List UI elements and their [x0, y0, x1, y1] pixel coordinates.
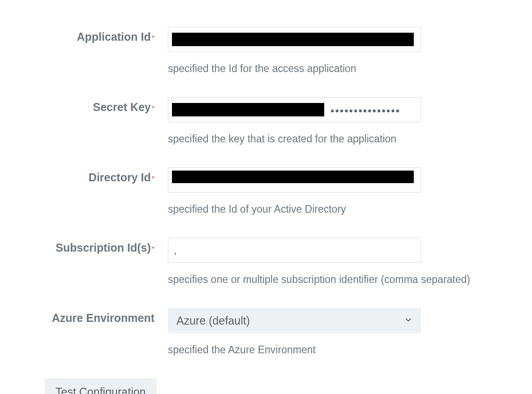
directory-id-label: Directory Id [89, 171, 151, 184]
application-id-help: specified the Id for the access applicat… [168, 63, 519, 75]
required-marker: * [152, 34, 154, 42]
field-row-azure-environment: Azure Environment Azure (default) specif… [13, 308, 519, 356]
redaction-bar [172, 103, 324, 116]
label-col: Subscription Id(s)* [13, 238, 168, 254]
subscription-ids-input[interactable] [168, 238, 421, 263]
label-col: Application Id* [13, 27, 168, 43]
azure-environment-help: specified the Azure Environment [168, 344, 519, 356]
secret-key-help: specified the key that is created for th… [168, 133, 519, 145]
subscription-ids-help: specifies one or multiple subscription i… [168, 274, 519, 286]
application-id-input[interactable] [168, 27, 421, 52]
required-marker: * [152, 245, 154, 253]
masked-dots: ••••••••••••••• [330, 105, 400, 117]
label-col: Secret Key* [13, 97, 168, 114]
field-row-secret-key: Secret Key* ••••••••••••••• specified th… [13, 97, 519, 145]
application-id-label: Application Id [77, 30, 150, 43]
redaction-bar [172, 171, 414, 183]
input-col: Azure (default) specified the Azure Envi… [168, 308, 519, 356]
button-row: Test Configuration [13, 378, 519, 394]
redaction-bar [172, 33, 414, 46]
configuration-form: Application Id* specified the Id for the… [13, 27, 519, 394]
required-marker: * [152, 175, 154, 183]
input-col: specifies one or multiple subscription i… [168, 238, 519, 286]
azure-environment-label: Azure Environment [52, 312, 154, 324]
field-row-application-id: Application Id* specified the Id for the… [13, 27, 519, 75]
secret-key-label: Secret Key [93, 101, 151, 113]
field-row-subscription-ids: Subscription Id(s)* specifies one or mul… [13, 238, 519, 286]
label-col: Directory Id* [13, 167, 168, 184]
label-col: Azure Environment [13, 308, 168, 325]
field-row-directory-id: Directory Id* specified the Id of your A… [13, 167, 519, 215]
input-col: specified the Id for the access applicat… [168, 27, 519, 75]
directory-id-help: specified the Id of your Active Director… [168, 203, 519, 215]
select-wrapper: Azure (default) [168, 308, 421, 333]
test-configuration-button[interactable]: Test Configuration [45, 378, 157, 394]
directory-id-input[interactable] [168, 167, 421, 193]
input-col: specified the Id of your Active Director… [168, 167, 519, 215]
input-col: ••••••••••••••• specified the key that i… [168, 97, 519, 145]
subscription-ids-label: Subscription Id(s) [56, 241, 151, 254]
required-marker: * [152, 105, 154, 112]
azure-environment-select[interactable]: Azure (default) [168, 308, 421, 333]
secret-key-input[interactable]: ••••••••••••••• [168, 97, 421, 122]
